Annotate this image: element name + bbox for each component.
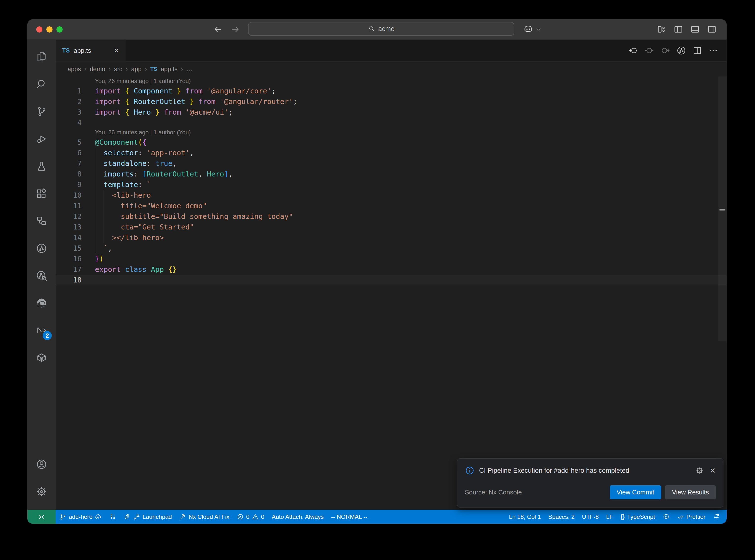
code-text: }) (95, 254, 727, 264)
search-sidebar-icon[interactable] (27, 71, 56, 98)
code-text: export class App {} (95, 264, 727, 275)
breadcrumb-separator: › (126, 65, 128, 73)
line-number: 5 (56, 137, 95, 148)
warning-icon (252, 513, 259, 520)
nx-badge: 2 (43, 331, 52, 340)
close-window-button[interactable] (36, 26, 42, 33)
indent-guide (95, 201, 95, 211)
problems-status[interactable]: 0 0 (233, 510, 268, 524)
forward-icon[interactable] (231, 24, 240, 34)
history-nav (213, 19, 240, 39)
breadcrumb-file[interactable]: app.ts (161, 65, 178, 73)
language-mode-status[interactable]: {} TypeScript (617, 510, 659, 524)
breadcrumb-item[interactable]: demo (90, 65, 105, 73)
code-text: import { Component } from '@angular/core… (95, 86, 727, 96)
code-line: 8 imports: [RouterOutlet, Hero], (56, 169, 727, 179)
indent-guide (95, 190, 95, 201)
customize-layout-icon[interactable] (657, 24, 667, 34)
line-number: 10 (56, 190, 95, 201)
history-forward-icon[interactable] (660, 46, 670, 56)
history-point-icon[interactable] (644, 46, 654, 56)
commit-graph-status[interactable] (105, 510, 120, 524)
notification-close-icon[interactable]: ✕ (710, 466, 716, 475)
commit-graph-icon[interactable] (676, 46, 686, 56)
remote-icon (38, 513, 46, 521)
swirl-logo-icon[interactable] (27, 289, 56, 317)
search-value: acme (378, 25, 395, 33)
notifications-status[interactable] (709, 510, 724, 524)
copilot-status[interactable] (659, 510, 673, 524)
tab-app-ts[interactable]: TS app.ts ✕ (56, 40, 126, 61)
editor-scrollbar[interactable] (718, 76, 727, 510)
indent-guide (103, 233, 104, 243)
line-number: 11 (56, 201, 95, 211)
settings-gear-icon[interactable] (27, 478, 56, 505)
notification-toast: CI Pipeline Execution for #add-hero has … (457, 458, 723, 507)
back-icon[interactable] (213, 24, 223, 34)
code-line: 5@Component({ (56, 137, 727, 148)
testing-icon[interactable] (27, 153, 56, 180)
line-number: 2 (56, 96, 95, 107)
tab-bar: TS app.ts ✕ (56, 40, 727, 62)
notification-actions: View Commit View Results (610, 485, 716, 499)
status-bar: add-hero Launchpad Nx Cloud AI Fix 0 0 A… (27, 510, 727, 524)
wrench-icon (179, 513, 186, 520)
search-icon (368, 25, 375, 33)
split-editor-icon[interactable] (692, 46, 702, 56)
remote-indicator[interactable] (27, 510, 56, 524)
breadcrumb-overflow[interactable]: … (186, 65, 193, 73)
toggle-secondary-sidebar-icon[interactable] (707, 24, 717, 34)
indent-guide (95, 211, 95, 222)
toggle-sidebar-icon[interactable] (673, 24, 683, 34)
notification-settings-gear-icon[interactable] (695, 466, 704, 475)
minimize-window-button[interactable] (46, 26, 53, 33)
formatter-status[interactable]: Prettier (673, 510, 709, 524)
nx-cloud-status[interactable]: Nx Cloud AI Fix (176, 510, 233, 524)
command-center-search[interactable]: acme (248, 22, 514, 36)
auto-attach-status[interactable]: Auto Attach: Always (268, 510, 327, 524)
toggle-panel-icon[interactable] (690, 24, 700, 34)
breadcrumb-item[interactable]: src (114, 65, 122, 73)
more-actions-icon[interactable] (709, 46, 718, 56)
cursor-position-status[interactable]: Ln 18, Col 1 (505, 510, 544, 524)
history-back-icon[interactable] (628, 46, 638, 56)
view-results-button[interactable]: View Results (665, 485, 716, 499)
breadcrumb-item[interactable]: app (131, 65, 141, 73)
code-text: title="Welcmoe demo" (95, 201, 727, 211)
branch-status[interactable]: add-hero (56, 510, 105, 524)
notification-title: CI Pipeline Execution for #add-hero has … (479, 467, 691, 475)
blame-annotation: You, 26 minutes ago | 1 author (You) (56, 77, 727, 86)
launchpad-status[interactable]: Launchpad (120, 510, 176, 524)
code-text: cta="Get Started" (95, 222, 727, 233)
account-icon[interactable] (27, 451, 56, 478)
copilot-menu[interactable] (523, 19, 542, 39)
maximize-window-button[interactable] (57, 26, 63, 33)
encoding-status[interactable]: UTF-8 (578, 510, 602, 524)
line-number: 1 (56, 86, 95, 96)
run-debug-icon[interactable] (27, 125, 56, 153)
line-number: 16 (56, 254, 95, 264)
line-number: 9 (56, 179, 95, 190)
source-control-icon[interactable] (27, 98, 56, 125)
code-text (95, 118, 727, 128)
view-commit-button[interactable]: View Commit (610, 485, 661, 499)
chevron-down-icon (535, 26, 542, 33)
code-editor[interactable]: You, 26 minutes ago | 1 author (You)1imp… (56, 76, 727, 510)
indentation-status[interactable]: Spaces: 2 (545, 510, 578, 524)
vim-mode-status[interactable]: -- NORMAL -- (327, 510, 371, 524)
containers-icon[interactable] (27, 344, 56, 372)
eol-status[interactable]: LF (602, 510, 617, 524)
braces-icon: {} (620, 514, 625, 520)
breadcrumb-item[interactable]: apps (67, 65, 81, 73)
extensions-icon[interactable] (27, 180, 56, 207)
project-hierarchy-icon[interactable] (27, 207, 56, 235)
notification-body: Source: Nx Console View Commit View Resu… (465, 485, 716, 499)
close-tab-icon[interactable]: ✕ (114, 46, 119, 55)
gitlens-inspect-icon[interactable] (27, 262, 56, 289)
indent-guide (95, 169, 95, 179)
copilot-icon (523, 24, 533, 35)
nx-console-icon[interactable]: 2 (27, 317, 56, 344)
formatter-label: Prettier (687, 514, 706, 520)
explorer-icon[interactable] (27, 43, 56, 71)
gitlens-icon[interactable] (27, 235, 56, 262)
